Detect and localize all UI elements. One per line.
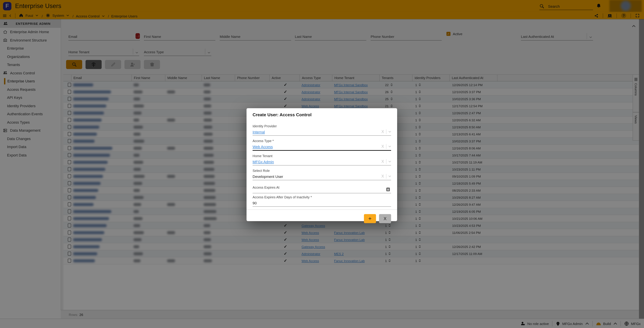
chevron-down-icon[interactable] [388, 145, 391, 147]
field-value-link[interactable]: MFGx Admin [252, 160, 274, 164]
dialog-field-select-role[interactable]: Select RoleDevelopment UserX [252, 169, 391, 180]
clear-icon[interactable]: X [381, 159, 384, 164]
clear-icon[interactable]: X [381, 129, 384, 134]
dialog-field-access-type-[interactable]: Access Type *Web AccessX [252, 139, 391, 151]
chevron-down-icon[interactable] [388, 131, 391, 133]
submit-add-button[interactable]: + [364, 214, 376, 223]
dialog-title: Create User: Access Control [252, 112, 391, 118]
chevron-down-icon[interactable] [388, 175, 391, 177]
dialog-field-home-tenant[interactable]: Home TenantMFGx AdminX [252, 154, 391, 166]
field-value-link[interactable]: Web Access [252, 145, 273, 149]
inactivity-days-value: 90 [252, 201, 391, 206]
calendar-icon[interactable] [386, 187, 390, 192]
clear-icon[interactable]: X [381, 174, 384, 179]
app-window: F Enterprise Users Search Fuuz/System/Ac… [0, 0, 644, 328]
clear-icon[interactable]: X [381, 144, 384, 149]
create-user-dialog: Create User: Access Control Identity Pro… [246, 108, 397, 221]
dialog-field-identity-provider[interactable]: Identity ProviderInternalX [252, 124, 391, 136]
chevron-down-icon[interactable] [388, 160, 391, 162]
field-value-link[interactable]: Internal [252, 130, 265, 134]
inactivity-days-field[interactable]: Access Expires After Days of Inactivity … [252, 195, 391, 207]
cancel-button[interactable]: X [379, 214, 391, 223]
access-expires-at-field[interactable]: Access Expires At [252, 186, 391, 193]
